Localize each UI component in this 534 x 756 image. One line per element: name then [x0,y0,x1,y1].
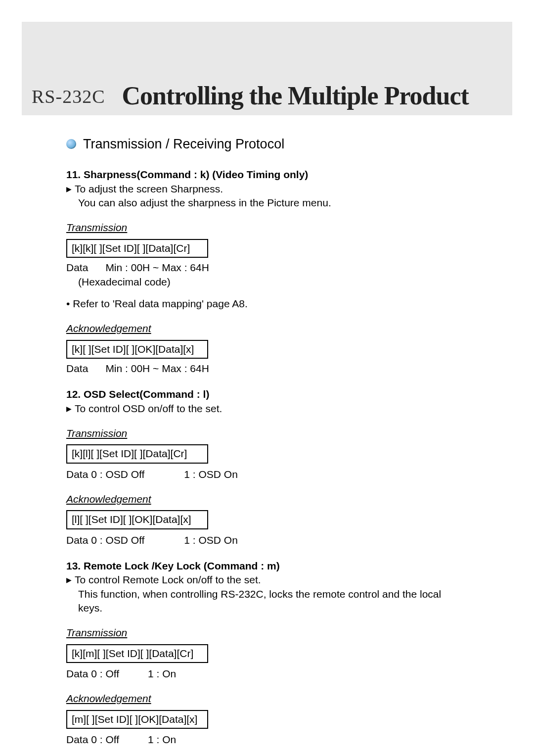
cmd12-trans-data-b: 1 : OSD On [184,468,238,481]
cmd12-trans-data-a: Data 0 : OSD Off [66,468,144,481]
cmd12-desc1: To control OSD on/off to the set. [66,402,468,416]
cmd11-trans-hex: (Hexadecimal code) [78,275,468,289]
cmd13-trans-data-a: Data 0 : Off [66,667,119,681]
cmd13-ack-label: Acknowledgement [66,692,468,706]
cmd12-ack-data-b: 1 : OSD On [184,533,238,547]
cmd11-trans-box: [k][k][ ][Set ID][ ][Data][Cr] [66,239,208,258]
trans-data-label: Data [66,262,88,273]
cmd13-trans-data: Data 0 : Off 1 : On [66,667,468,681]
ack-data-label: Data [66,363,88,374]
section-title-row: Transmission / Receiving Protocol [66,135,468,153]
cmd12-trans-label: Transmission [66,426,468,440]
cmd13-trans-box: [k][m][ ][Set ID][ ][Data][Cr] [66,644,208,663]
cmd11-trans-data: Data Min : 00H ~ Max : 64H [66,261,468,275]
page-header: RS-232C Controlling the Multiple Product [22,22,512,115]
cmd11-desc2: You can also adjust the sharpness in the… [78,196,468,210]
cmd13-desc2: This function, when controlling RS-232C,… [78,587,468,615]
trans-data-val: Min : 00H ~ Max : 64H [105,262,209,273]
cmd12-trans-box: [k][l][ ][Set ID][ ][Data][Cr] [66,444,208,463]
cmd13-trans-data-b: 1 : On [148,667,176,681]
cmd12-ack-data: Data 0 : OSD Off 1 : OSD On [66,533,468,547]
cmd12-ack-label: Acknowledgement [66,492,468,506]
cmd13-ack-data: Data 0 : Off 1 : On [66,733,468,747]
cmd11-trans-label: Transmission [66,221,468,235]
cmd12-title: 12. OSD Select(Command : l) [66,387,468,401]
cmd11-ack-data: Data Min : 00H ~ Max : 64H [66,362,468,376]
cmd13-ack-data-a: Data 0 : Off [66,733,119,747]
cmd11-ack-label: Acknowledgement [66,322,468,335]
section-title: Transmission / Receiving Protocol [83,135,284,153]
header-main: Controlling the Multiple Product [122,81,468,110]
ack-data-val: Min : 00H ~ Max : 64H [105,363,209,374]
cmd13-title: 13. Remote Lock /Key Lock (Command : m) [66,559,468,573]
page: RS-232C Controlling the Multiple Product… [0,0,534,756]
cmd11-refer: • Refer to 'Real data mapping' page A8. [66,297,468,311]
cmd12-trans-data: Data 0 : OSD Off 1 : OSD On [66,468,468,481]
cmd12-ack-data-a: Data 0 : OSD Off [66,533,144,547]
content-body: Transmission / Receiving Protocol 11. Sh… [22,135,512,747]
cmd13-ack-box: [m][ ][Set ID][ ][OK][Data][x] [66,710,208,729]
cmd11-desc1: To adjust the screen Sharpness. [66,182,468,196]
cmd11-ack-box: [k][ ][Set ID][ ][OK][Data][x] [66,340,208,359]
cmd13-ack-data-b: 1 : On [148,733,176,747]
cmd13-trans-label: Transmission [66,626,468,640]
cmd11-title: 11. Sharpness(Command : k) (Video Timing… [66,168,468,182]
cmd12-ack-box: [l][ ][Set ID][ ][OK][Data][x] [66,510,208,529]
header-sub: RS-232C [32,86,105,110]
cmd13-desc1: To control Remote Lock on/off to the set… [66,573,468,587]
bullet-icon [66,139,76,149]
